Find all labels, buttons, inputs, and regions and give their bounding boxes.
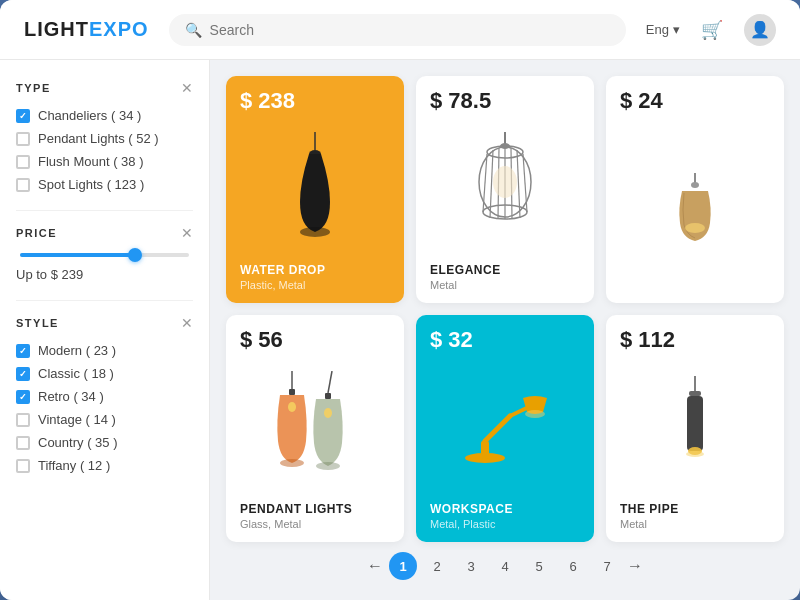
page-btn-4[interactable]: 4 (491, 552, 519, 580)
search-bar[interactable]: 🔍 (169, 14, 626, 46)
style-checkbox-3[interactable] (16, 413, 30, 427)
elegance-lamp-icon (460, 132, 550, 242)
product-grid: $ 238 WATER DROP Plastic, M (226, 76, 784, 542)
svg-point-25 (324, 408, 332, 418)
type-filter-section: TYPE ✕ Chandeliers ( 34 ) Pendant Lights… (16, 80, 193, 192)
product-price-elegance: $ 78.5 (416, 76, 594, 118)
product-image-workspace (416, 357, 594, 494)
style-checkbox-1[interactable] (16, 367, 30, 381)
user-icon[interactable]: 👤 (744, 14, 776, 46)
product-name-water-drop: WATER DROP (240, 263, 390, 277)
svg-rect-35 (687, 396, 703, 451)
page-btn-1[interactable]: 1 (389, 552, 417, 580)
logo-light: LIGHT (24, 18, 89, 40)
type-filter-close[interactable]: ✕ (181, 80, 193, 96)
style-checkbox-4[interactable] (16, 436, 30, 450)
product-name-the-pipe: THE PIPE (620, 502, 770, 516)
product-card-workspace[interactable]: $ 32 (416, 315, 594, 542)
style-checkbox-0[interactable] (16, 344, 30, 358)
product-area: $ 238 WATER DROP Plastic, M (210, 60, 800, 600)
type-filter-header: TYPE ✕ (16, 80, 193, 96)
style-label-0: Modern ( 23 ) (38, 343, 116, 358)
style-checkbox-2[interactable] (16, 390, 30, 404)
svg-rect-26 (325, 393, 331, 399)
type-checkbox-3[interactable] (16, 178, 30, 192)
type-checkbox-0[interactable] (16, 109, 30, 123)
product-card-elegance[interactable]: $ 78.5 (416, 76, 594, 303)
style-item-4[interactable]: Country ( 35 ) (16, 435, 193, 450)
page-btn-6[interactable]: 6 (559, 552, 587, 580)
style-item-1[interactable]: Classic ( 18 ) (16, 366, 193, 381)
style-filter-title: STYLE (16, 317, 59, 329)
type-checkbox-2[interactable] (16, 155, 30, 169)
product-material-workspace: Metal, Plastic (430, 518, 580, 530)
type-item-1[interactable]: Pendant Lights ( 52 ) (16, 131, 193, 146)
cart-icon[interactable]: 🛒 (696, 14, 728, 46)
product-info-workspace: WORKSPACE Metal, Plastic (416, 494, 594, 542)
header-right: Eng ▾ 🛒 👤 (646, 14, 776, 46)
type-item-3[interactable]: Spot Lights ( 123 ) (16, 177, 193, 192)
price-slider-thumb[interactable] (128, 248, 142, 262)
type-label-0: Chandeliers ( 34 ) (38, 108, 141, 123)
type-checkbox-1[interactable] (16, 132, 30, 146)
svg-point-32 (525, 410, 545, 418)
type-label-2: Flush Mount ( 38 ) (38, 154, 144, 169)
svg-point-2 (300, 227, 330, 237)
svg-point-37 (686, 451, 704, 457)
style-filter-close[interactable]: ✕ (181, 315, 193, 331)
product-price-wood-pendant: $ 24 (606, 76, 784, 118)
style-item-3[interactable]: Vintage ( 14 ) (16, 412, 193, 427)
price-filter-header: PRICE ✕ (16, 225, 193, 241)
price-slider-track[interactable] (20, 253, 189, 257)
page-btn-3[interactable]: 3 (457, 552, 485, 580)
type-label-1: Pendant Lights ( 52 ) (38, 131, 159, 146)
svg-rect-34 (689, 391, 701, 396)
product-info-water-drop: WATER DROP Plastic, Metal (226, 255, 404, 303)
lang-label: Eng (646, 22, 669, 37)
product-material-water-drop: Plastic, Metal (240, 279, 390, 291)
product-info-the-pipe: THE PIPE Metal (606, 494, 784, 542)
product-card-wood-pendant[interactable]: $ 24 (606, 76, 784, 303)
water-drop-lamp-icon (270, 132, 360, 242)
pipe-lamp-icon (665, 376, 725, 476)
pagination: ← 1 2 3 4 5 6 7 → (226, 542, 784, 584)
product-image-wood-pendant (606, 118, 784, 303)
main-content: TYPE ✕ Chandeliers ( 34 ) Pendant Lights… (0, 60, 800, 600)
language-selector[interactable]: Eng ▾ (646, 22, 680, 37)
pendant-lights-lamp-icon (260, 371, 370, 481)
svg-point-24 (316, 462, 340, 470)
workspace-lamp-icon (455, 386, 555, 466)
type-item-2[interactable]: Flush Mount ( 38 ) (16, 154, 193, 169)
style-checkbox-5[interactable] (16, 459, 30, 473)
pagination-prev[interactable]: ← (367, 557, 383, 575)
style-label-4: Country ( 35 ) (38, 435, 117, 450)
page-btn-2[interactable]: 2 (423, 552, 451, 580)
svg-line-23 (328, 371, 332, 393)
search-input[interactable] (210, 22, 610, 38)
svg-rect-22 (289, 389, 295, 395)
page-btn-5[interactable]: 5 (525, 552, 553, 580)
product-price-workspace: $ 32 (416, 315, 594, 357)
page-btn-7[interactable]: 7 (593, 552, 621, 580)
app-window: LIGHTEXPO 🔍 Eng ▾ 🛒 👤 TYPE ✕ (0, 0, 800, 600)
type-item-0[interactable]: Chandeliers ( 34 ) (16, 108, 193, 123)
pagination-next[interactable]: → (627, 557, 643, 575)
svg-line-13 (517, 150, 520, 218)
logo-expo: EXPO (89, 18, 149, 40)
svg-rect-28 (481, 441, 489, 459)
header: LIGHTEXPO 🔍 Eng ▾ 🛒 👤 (0, 0, 800, 60)
product-price-pendant-lights: $ 56 (226, 315, 404, 357)
style-item-5[interactable]: Tiffany ( 12 ) (16, 458, 193, 473)
product-card-pendant-lights[interactable]: $ 56 (226, 315, 404, 542)
wood-pendant-lamp-icon (660, 173, 730, 248)
style-item-2[interactable]: Retro ( 34 ) (16, 389, 193, 404)
price-filter-close[interactable]: ✕ (181, 225, 193, 241)
product-name-elegance: ELEGANCE (430, 263, 580, 277)
product-card-the-pipe[interactable]: $ 112 THE (606, 315, 784, 542)
product-price-the-pipe: $ 112 (606, 315, 784, 357)
product-info-pendant-lights: PENDANT LIGHTS Glass, Metal (226, 494, 404, 542)
svg-point-17 (691, 182, 699, 188)
style-item-0[interactable]: Modern ( 23 ) (16, 343, 193, 358)
product-card-water-drop[interactable]: $ 238 WATER DROP Plastic, M (226, 76, 404, 303)
product-price-water-drop: $ 238 (226, 76, 404, 118)
